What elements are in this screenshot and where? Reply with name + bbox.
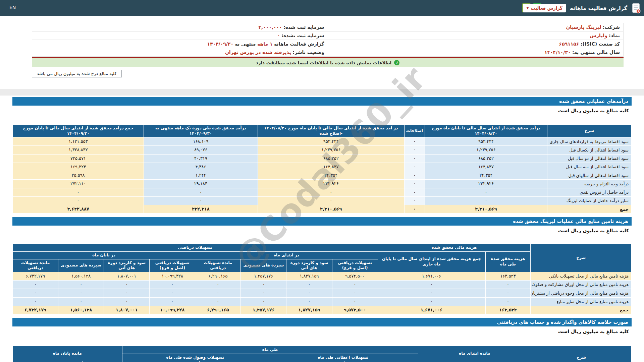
value-cell: ۲۴۲,۹۲۶ (425, 180, 547, 188)
value-cell: ۰ (404, 205, 425, 214)
value-cell: ۰ (332, 297, 378, 306)
row-label: هزینه تامین منابع مالی از محل سایر منابع (531, 297, 632, 306)
value-cell: ۳,۳۱۰,۵۶۹ (425, 205, 547, 214)
company-cell: شرکت: لیزینگ پارسیان (328, 23, 624, 32)
row-label: هزینه تامین منابع مالی از محل تسهیلات با… (531, 272, 632, 280)
value-cell: ۰ (404, 154, 425, 163)
value-cell: ۰ (241, 289, 286, 297)
income-table: شرح درآمد محقق شده از ابتدای سال مالی تا… (12, 124, 632, 214)
company-info-table: شرکت: لیزینگ پارسیان سرمایه ثبت شده: ۴,۰… (32, 23, 624, 57)
group-header-during-month: طی ماه (122, 346, 418, 354)
info-row: کد صنعت (ISIC): ۶۵۹۱۱۵۶ گزارش فعالیت ماه… (32, 40, 624, 48)
column-header-cum-total: جمع درآمد محقق شده از ابتدای سال مالی تا… (13, 125, 144, 137)
value-cell: ۰ (104, 297, 150, 306)
group-header-begin-balance: مانده ابتدای ماه (418, 346, 531, 361)
value-cell: ۰ (286, 281, 332, 289)
value-cell: ۰ (13, 281, 58, 289)
value-cell: ۰ (485, 297, 531, 306)
value-cell: ۲۷۲,۱۱۰ (13, 180, 144, 188)
table-row: سود اقساط انتقالی از دو سال قبل۶۸۵,۲۵۲۰۶… (13, 154, 632, 163)
value-cell: ۱۶۴,۸۳۷ (258, 163, 404, 171)
column-header-month-cost: هزینه محقق شده طی ماه (485, 252, 531, 272)
goods-header-row: شرح مانده ابتدای ماه طی ماه مانده پایان … (13, 346, 632, 354)
value-cell: ۰ (144, 188, 258, 196)
value-cell: ۱,۲۳۹,۷۵۶ (425, 146, 547, 154)
column-header-end-principal: تسهیلات دریافتی (اصل و فرع) (150, 259, 195, 272)
value-cell: ۰ (332, 289, 378, 297)
value-cell: ۲۹,۱۸۴ (144, 180, 258, 188)
signed-info-banner: i اطلاعات نمایش داده شده با اطلاعات امضا… (32, 57, 624, 67)
value-cell: ۰ (404, 163, 425, 171)
report-body: درآمدهای عملیاتی محقق شده کلیه مبالغ به … (0, 96, 644, 362)
row-label: سود اقساط انتقالی از سالهای قبل (547, 171, 632, 180)
value-cell: ۴۰,۳۱۹ (144, 154, 258, 163)
table-row: سود اقساط انتقالی از سالهای قبل۲۴,۳۵۴۰۲۴… (13, 171, 632, 180)
report-document-icon (631, 3, 641, 13)
group-header-collected: تسهیلات وصول شده طی ماه (122, 354, 268, 361)
row-label: جمع (547, 205, 632, 214)
value-cell: ۱,۵۶۰,۱۴۸ (58, 272, 104, 280)
goods-table: شرح مانده ابتدای ماه طی ماه مانده پایان … (12, 346, 632, 362)
value-cell: ۶,۷۳۲,۱۷۹ (13, 272, 58, 280)
registered-capital-label: سرمایه ثبت شده: (283, 24, 324, 30)
table-row: سود اقساط انتقالی از یکسال قبل۱,۲۳۹,۷۵۶۰… (13, 146, 632, 154)
value-cell: ۰ (150, 297, 195, 306)
value-cell: ۰ (258, 188, 404, 196)
company-label: شرکت: (603, 24, 620, 30)
language-toggle[interactable]: EN (9, 5, 16, 10)
row-label: هزینه تامین منابع مالی از محل وجوه دریاف… (531, 289, 632, 297)
row-label: سود اقساط انتقالی از یکسال قبل (547, 146, 632, 154)
finance-cost-header-row: شرح هزینه مالی محقق شده تسهیلات دریافتی (13, 244, 632, 252)
section-header-goods: صورت خلاصه کالاهای واگذار شده و حساب های… (12, 318, 632, 326)
value-cell: ۰ (241, 297, 286, 306)
value-cell: ۰ (144, 196, 258, 205)
value-cell: ۲۴,۳۵۴ (425, 171, 547, 180)
column-header-end-future-interest: سود و کارمزد دوره های آتی (104, 259, 150, 272)
amounts-note: کلیه مبالغ درج شده به میلیون ریال می باش… (32, 70, 122, 77)
column-header-end-blocked-deposits: سپرده های مسدودی (58, 259, 104, 272)
value-cell: ۰ (404, 180, 425, 188)
value-cell: ۰ (58, 297, 104, 306)
period-suffix: منتهی به (235, 41, 256, 47)
value-cell: ۱۶۳,۵۴۳ (485, 306, 531, 314)
info-row: شرکت: لیزینگ پارسیان سرمایه ثبت شده: ۴,۰… (32, 23, 624, 32)
value-cell: ۴,۳۸۶ (144, 163, 258, 171)
value-cell: ۱۶۹,۲۲۳ (13, 163, 144, 171)
value-cell: ۰ (485, 289, 531, 297)
column-header-cum-cost: جمع هزینه محقق شده از ابتدای سال مالی تا… (378, 252, 485, 272)
value-cell: ۰ (404, 196, 425, 205)
value-cell: ۰ (104, 281, 150, 289)
row-label: جمع (531, 306, 632, 314)
value-cell: ۰ (378, 281, 485, 289)
table-row: درآمد حاصل از فروش نقدی۰۰۰۰۰ (13, 188, 632, 196)
value-cell: ۱,۱۲۱,۵۵۳ (13, 137, 144, 146)
column-header-begin-principal: تسهیلات دریافتی (اصل و فرع) (332, 259, 378, 272)
value-cell: ۱۶۳,۵۴۳ (485, 272, 531, 280)
info-row: نماد: ولپارس سرمایه ثبت نشده: ۰ (32, 32, 624, 40)
report-type-dropdown[interactable]: گزارش فعالیت ▼ (523, 4, 566, 12)
value-cell: ۱۶۸,۱۰۹ (144, 137, 258, 146)
column-header-cum-prev: درآمد محقق شده از ابتدای سال مالی تا پای… (425, 125, 547, 137)
table-row: هزینه تامین منابع مالی از محل سایر منابع… (13, 297, 632, 306)
value-cell: ۱۰,۰۹۹,۳۲۸ (150, 306, 195, 314)
value-cell: ۱,۵۶۰,۱۴۸ (58, 306, 104, 314)
column-header-month: درآمد محقق شده طی دوره یک ماهه منتهی به … (144, 125, 258, 137)
column-header-desc: شرح (531, 244, 632, 272)
value-cell: ۰ (13, 188, 144, 196)
value-cell: ۹۵۳,۴۴۴ (425, 137, 547, 146)
row-label: سایر درآمد حاصل از عملیات لیزینگ (547, 196, 632, 205)
value-cell: ۲۴۲,۹۲۶ (258, 180, 404, 188)
value-cell: ۱,۳۲۸,۸۳۲ (13, 146, 144, 154)
value-cell: ۱,۸۰۷,۰۰۱ (104, 272, 150, 280)
row-label: درآمد وجه التزام و جریمه (547, 180, 632, 188)
unit-note-income: کلیه مبالغ به میلیون ریال است (12, 106, 632, 117)
symbol-cell: نماد: ولپارس (328, 32, 624, 40)
value-cell: ۱,۴۵۷,۱۷۶ (241, 272, 286, 280)
row-label: هزینه تامین منابع مالی از محل اوراق مشار… (531, 281, 632, 289)
issuer-status-label: وضعیت ناشر: (292, 50, 324, 55)
group-header-granted: تسهیلات اعطایی طی ماه (268, 354, 418, 361)
unregistered-capital-cell: سرمایه ثبت نشده: ۰ (32, 32, 328, 40)
group-header-end-balance: مانده پایان ماه (13, 346, 122, 361)
company-info-area: شرکت: لیزینگ پارسیان سرمایه ثبت شده: ۴,۰… (32, 23, 624, 77)
value-cell: ۱,۲۳۹,۷۵۶ (258, 146, 404, 154)
